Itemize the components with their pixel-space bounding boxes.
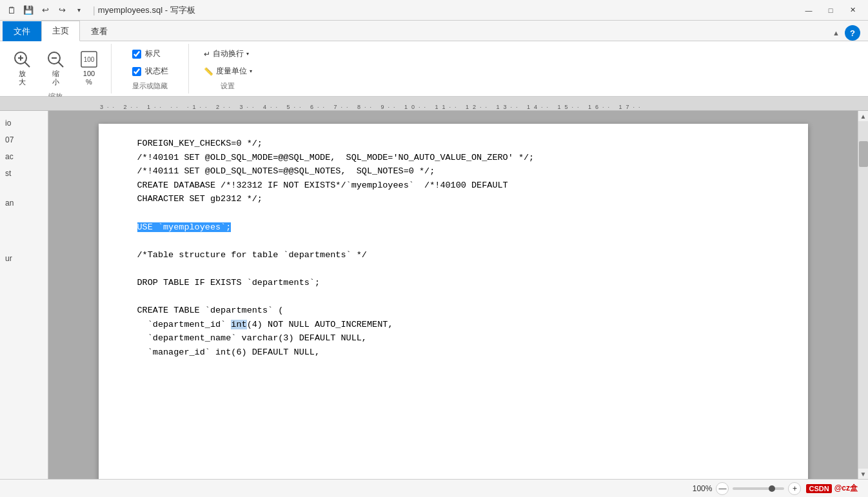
code-line-1: FOREIGN_KEY_CHECKS=0 */; <box>137 137 769 151</box>
svg-line-1 <box>25 62 30 67</box>
units-caret: ▾ <box>250 68 252 74</box>
vertical-scrollbar[interactable]: ▲ ▼ <box>858 111 868 479</box>
code-line-4: CREATE DATABASE /*!32312 IF NOT EXISTS*/… <box>137 179 769 193</box>
ruler-checkbox-row[interactable]: 标尺 <box>132 47 161 61</box>
zoom-in-icon <box>12 49 32 70</box>
selected-use-text: USE `myemployees`; <box>137 222 232 232</box>
left-panel-item-07: 07 <box>0 133 48 147</box>
scroll-down-button[interactable]: ▼ <box>858 469 869 479</box>
units-icon: 📏 <box>204 67 213 76</box>
code-line-blank-4 <box>137 290 769 304</box>
zoom-plus-button[interactable]: + <box>788 482 801 495</box>
zoom-100-icon: 100 <box>79 49 99 70</box>
scroll-up-button[interactable]: ▲ <box>858 111 869 121</box>
status-zoom: 100% — + <box>693 482 802 495</box>
word-wrap-icon: ↵ <box>204 50 210 59</box>
word-wrap-caret: ▾ <box>246 51 249 57</box>
zoom-percent-label: 100% <box>693 484 713 493</box>
left-panel-item-ac: ac <box>0 150 48 164</box>
zoom-group-content: 放大 缩小 100 10 <box>8 46 103 89</box>
code-line-dept-name: `department_name` varchar(3) DEFAULT NUL… <box>137 331 769 346</box>
left-panel-item-st: st <box>0 166 48 180</box>
word-wrap-button[interactable]: ↵ 自动换行 ▾ <box>200 47 253 61</box>
zoom-slider-thumb <box>769 485 775 492</box>
ribbon-content: 放大 缩小 100 10 <box>0 41 868 97</box>
statusbar-checkbox-row[interactable]: 状态栏 <box>132 64 168 78</box>
code-line-comment: /*Table structure for table `departments… <box>137 248 769 262</box>
code-line-use[interactable]: USE `myemployees`; <box>137 220 769 235</box>
svg-text:100: 100 <box>84 56 95 63</box>
code-line-2: /*!40101 SET @OLD_SQL_MODE=@@SQL_MODE, S… <box>137 151 769 165</box>
tab-view[interactable]: 查看 <box>80 21 119 41</box>
left-panel: io 07 ac st an ur <box>0 111 48 479</box>
scroll-track[interactable] <box>858 121 868 469</box>
title-sep: | <box>93 5 95 15</box>
page-container[interactable]: FOREIGN_KEY_CHECKS=0 */; /*!40101 SET @O… <box>48 111 858 479</box>
statusbar-checkbox[interactable] <box>132 67 141 76</box>
ruler-checkbox[interactable] <box>132 50 141 59</box>
zoom-in-label: 放大 <box>19 70 26 86</box>
minimize-button[interactable]: — <box>798 3 819 18</box>
show-hide-content: 标尺 状态栏 <box>132 46 168 79</box>
units-label: 度量单位 <box>216 66 247 77</box>
ribbon-group-show-hide: 标尺 状态栏 显示或隐藏 <box>112 44 189 93</box>
zoom-out-label: 缩小 <box>52 70 59 86</box>
save-icon[interactable]: 💾 <box>22 4 35 17</box>
zoom-out-button[interactable]: 缩小 <box>41 46 70 89</box>
help-button[interactable]: ? <box>845 25 860 41</box>
scroll-thumb[interactable] <box>859 141 868 167</box>
ribbon-tabs: 文件 主页 查看 ▲ ? <box>0 21 868 41</box>
settings-group-label: 设置 <box>221 81 235 91</box>
show-hide-group-label: 显示或隐藏 <box>132 81 168 91</box>
tab-home[interactable]: 主页 <box>41 21 80 41</box>
undo-icon[interactable]: ↩ <box>39 4 52 17</box>
maximize-button[interactable]: □ <box>820 3 841 18</box>
zoom-in-button[interactable]: 放大 <box>8 46 36 89</box>
code-line-blank-2 <box>137 234 769 248</box>
code-line-blank-1 <box>137 206 769 220</box>
ruler: 3·· 2·· 1·· ·· ·1·· 2·· 3·· 4·· 5·· 6·· … <box>0 97 868 111</box>
word-wrap-label: 自动换行 <box>213 48 244 59</box>
csdn-user: @cz盒 <box>834 483 858 494</box>
csdn-logo: CSDN <box>806 484 831 493</box>
code-line-5: CHARACTER SET gb2312 */; <box>137 192 769 206</box>
ribbon-collapse-arrow[interactable]: ▲ <box>833 29 840 37</box>
title-bar-app-icons: 🗒 💾 ↩ ↪ ▾ <box>5 4 85 17</box>
left-panel-item-ur: ur <box>0 251 48 266</box>
zoom-minus-button[interactable]: — <box>716 482 729 495</box>
settings-content: ↵ 自动换行 ▾ 📏 度量单位 ▾ <box>200 46 256 79</box>
code-line-3: /*!40111 SET @OLD_SQL_NOTES=@@SQL_NOTES,… <box>137 164 769 179</box>
editor-area: FOREIGN_KEY_CHECKS=0 */; /*!40101 SET @O… <box>48 111 868 479</box>
status-bar: 100% — + CSDN @cz盒 <box>0 479 868 497</box>
ruler-label: 标尺 <box>145 48 161 59</box>
window-title: myemployees.sql - 写字板 <box>98 5 798 16</box>
code-line-create: CREATE TABLE `departments` ( <box>137 304 769 318</box>
zoom-100-button[interactable]: 100 100% <box>75 46 103 89</box>
statusbar-label: 状态栏 <box>145 66 168 77</box>
ribbon-group-settings: ↵ 自动换行 ▾ 📏 度量单位 ▾ 设置 <box>189 44 266 93</box>
window-controls: — □ ✕ <box>798 3 863 18</box>
redo-icon[interactable]: ↪ <box>55 4 68 17</box>
close-button[interactable]: ✕ <box>842 3 863 18</box>
tab-file[interactable]: 文件 <box>3 21 41 41</box>
svg-line-5 <box>58 62 63 67</box>
ruler-marks: 3·· 2·· 1·· ·· ·1·· 2·· 3·· 4·· 5·· 6·· … <box>100 104 816 110</box>
csdn-badge: CSDN @cz盒 <box>806 483 858 494</box>
zoom-slider[interactable] <box>733 487 784 490</box>
zoom-out-icon <box>45 49 66 70</box>
title-bar: 🗒 💾 ↩ ↪ ▾ | myemployees.sql - 写字板 — □ ✕ <box>0 0 868 21</box>
units-button[interactable]: 📏 度量单位 ▾ <box>200 64 256 78</box>
left-panel-item-io: io <box>0 116 48 130</box>
zoom-100-label: 100% <box>83 70 95 86</box>
code-line-mgr-id: `manager_id` int(6) DEFAULT NULL, <box>137 346 769 360</box>
ribbon-group-zoom: 放大 缩小 100 10 <box>0 44 112 93</box>
code-line-drop: DROP TABLE IF EXISTS `departments`; <box>137 276 769 290</box>
left-panel-item-an: an <box>0 196 48 210</box>
page[interactable]: FOREIGN_KEY_CHECKS=0 */; /*!40101 SET @O… <box>99 124 808 479</box>
quick-access-arrow[interactable]: ▾ <box>72 4 85 17</box>
code-line-blank-3 <box>137 262 769 276</box>
app-icon: 🗒 <box>5 4 18 17</box>
code-line-dept-id: `department_id` int(4) NOT NULL AUTO_INC… <box>137 318 769 332</box>
